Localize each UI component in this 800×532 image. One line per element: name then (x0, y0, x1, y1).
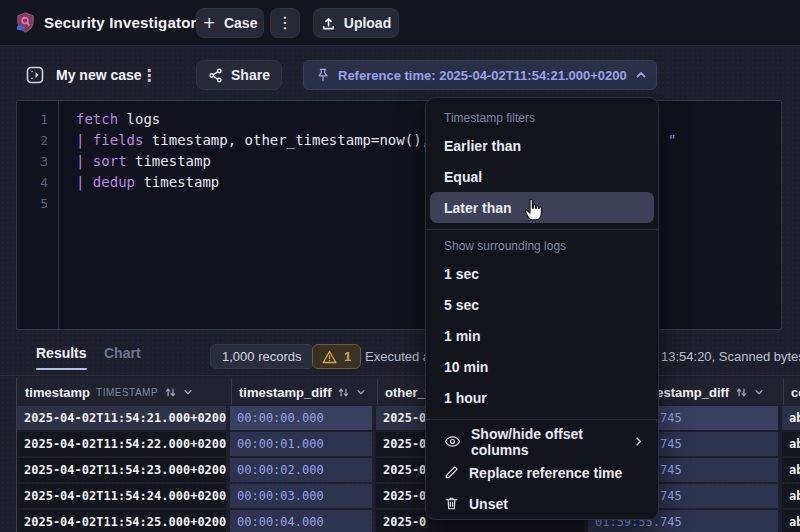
eye-icon (444, 433, 461, 450)
menu-item-label: Equal (444, 169, 482, 185)
column-name: timestamp (25, 385, 90, 400)
table-cell: ab (782, 406, 800, 430)
column-name: timestamp_diff (239, 385, 331, 400)
table-cell: 2025-04-02T11:54:25.000+0200 (17, 510, 226, 532)
execution-status-right: 13:54:20, Scanned bytes: 1 0 (661, 349, 800, 364)
chevron-down-icon[interactable] (356, 387, 366, 397)
results-table: timestampTIMESTAMP timestamp_diff other_… (16, 378, 800, 532)
menu-item-replace-reference-time[interactable]: Replace reference time (426, 457, 658, 488)
menu-section-label: Show surrounding logs (426, 236, 658, 258)
editor-gutter: 12345 (17, 101, 59, 329)
menu-item-label: 5 sec (444, 297, 479, 313)
warning-triangle-icon (322, 350, 337, 364)
menu-item-1-min[interactable]: 1 min (426, 320, 658, 351)
new-case-button[interactable]: + Case (196, 8, 264, 38)
table-cell: 00:00:03.000 (230, 484, 372, 508)
app-logo-shield-icon (14, 11, 37, 34)
panel-toggle-icon[interactable] (26, 66, 44, 84)
table-cell: ab (782, 458, 800, 482)
upload-button-label: Upload (344, 15, 391, 31)
app-title: Security Investigator (44, 14, 197, 31)
code-text: timestamp (135, 174, 219, 190)
menu-item-earlier-than[interactable]: Earlier than (426, 130, 658, 161)
share-button[interactable]: Share (196, 60, 282, 90)
reference-time-menu: Timestamp filtersEarlier thanEqualLater … (425, 97, 659, 520)
menu-divider (426, 419, 658, 420)
table-cell: 00:00:00.000 (230, 406, 372, 430)
line-number: 1 (17, 109, 58, 130)
chevron-down-icon[interactable] (183, 387, 193, 397)
results-divider (0, 375, 800, 376)
menu-item-label: 10 min (444, 359, 488, 375)
chevron-down-icon[interactable] (754, 387, 764, 397)
code-keyword: | dedup (76, 174, 135, 190)
topbar-more-options-button[interactable]: ⋮ (270, 8, 300, 38)
case-more-options-icon[interactable]: ⋮ (141, 66, 157, 85)
menu-item-5-sec[interactable]: 5 sec (426, 289, 658, 320)
records-count-label: 1,000 records (222, 349, 302, 364)
table-header-row: timestampTIMESTAMP timestamp_diff other_… (17, 379, 800, 405)
table-cell: 00:00:02.000 (230, 458, 372, 482)
menu-item-label: Earlier than (444, 138, 521, 154)
sort-icon[interactable] (164, 386, 177, 399)
reference-time-label: Reference time: 2025-04-02T11:54:21.000+… (338, 68, 627, 83)
tab-results[interactable]: Results (36, 345, 87, 361)
line-number: 4 (17, 172, 58, 193)
active-tab-underline (36, 368, 87, 370)
menu-item-label: Later than (444, 200, 512, 216)
table-cell: 2025-04-02T11:54:23.000+0200 (17, 458, 226, 482)
code-keyword: | fields (76, 132, 143, 148)
column-header-timestamp[interactable]: timestampTIMESTAMP (18, 379, 227, 405)
pencil-icon (444, 465, 459, 480)
chevron-right-icon (633, 436, 644, 447)
warning-badge[interactable]: 1 (312, 344, 361, 369)
line-number: 5 (17, 193, 58, 214)
query-editor[interactable]: 12345 fetch logs| fields timestamp, othe… (16, 100, 782, 330)
menu-item-1-hour[interactable]: 1 hour (426, 382, 658, 413)
upload-button[interactable]: Upload (313, 8, 399, 38)
code-text: timestamp (127, 153, 211, 169)
menu-item-label: Replace reference time (469, 465, 622, 481)
menu-item-1-sec[interactable]: 1 sec (426, 258, 658, 289)
column-header-timestamp_diff[interactable]: timestamp_diff (231, 379, 373, 405)
reference-time-chip[interactable]: Reference time: 2025-04-02T11:54:21.000+… (303, 60, 657, 90)
code-keyword: | sort (76, 153, 127, 169)
menu-item-unset[interactable]: Unset (426, 488, 658, 519)
records-count-badge: 1,000 records (210, 344, 314, 369)
code-text-fragment: " (668, 130, 676, 151)
table-cell: 2025-04-02T11:54:24.000+0200 (17, 484, 226, 508)
case-title: My new case (56, 67, 142, 83)
tab-chart[interactable]: Chart (104, 345, 141, 361)
code-lines: fetch logs| fields timestamp, other_time… (59, 101, 781, 329)
upload-icon (321, 16, 336, 31)
warning-count: 1 (344, 349, 351, 364)
table-cell: 2025-04-02T11:54:22.000+0200 (17, 432, 226, 456)
menu-item-later-than[interactable]: Later than (430, 192, 654, 223)
menu-divider (426, 229, 658, 230)
sort-icon[interactable] (337, 386, 350, 399)
sort-icon[interactable] (735, 386, 748, 399)
column-type-label: TIMESTAMP (96, 387, 158, 398)
line-number: 2 (17, 130, 58, 151)
table-cell: ab (782, 510, 800, 532)
code-keyword: fetch (76, 111, 118, 127)
pin-icon (316, 68, 330, 82)
column-name: co (791, 385, 800, 400)
menu-section-label: Timestamp filters (426, 108, 658, 130)
share-button-label: Share (231, 67, 270, 83)
menu-item-equal[interactable]: Equal (426, 161, 658, 192)
new-case-button-label: Case (224, 15, 257, 31)
column-header-co[interactable]: co (783, 379, 800, 405)
menu-item-show-hide-offset-columns[interactable]: Show/hide offset columns (426, 426, 658, 457)
execution-status-left: Executed a (365, 349, 430, 364)
menu-item-label: 1 hour (444, 390, 487, 406)
table-cell: 00:00:04.000 (230, 510, 372, 532)
security-investigator-app: Security Investigator + Case ⋮ Upload My… (0, 0, 800, 532)
top-bar: Security Investigator + Case ⋮ Upload (0, 0, 800, 46)
line-number: 3 (17, 151, 58, 172)
menu-item-label: 1 sec (444, 266, 479, 282)
menu-item-label: Unset (469, 496, 508, 512)
table-cell: 00:00:01.000 (230, 432, 372, 456)
share-icon (208, 68, 223, 83)
menu-item-10-min[interactable]: 10 min (426, 351, 658, 382)
